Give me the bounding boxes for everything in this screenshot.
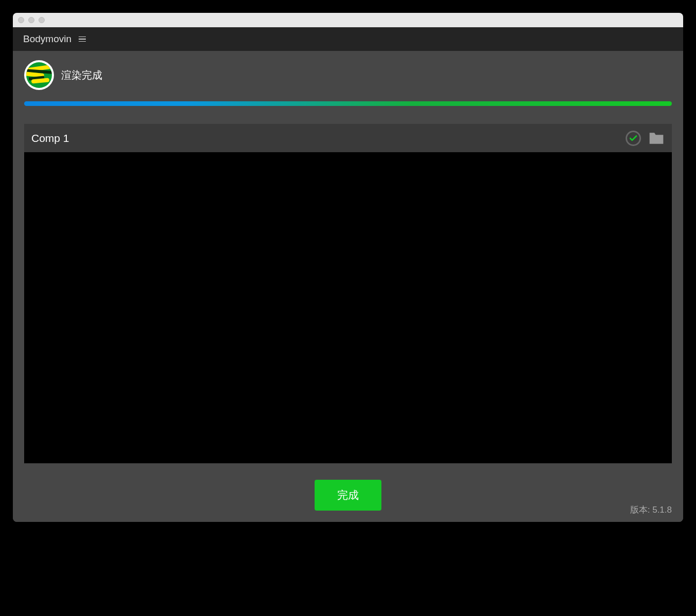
bodymovin-logo-icon <box>24 60 54 90</box>
app-window: Bodymovin 渲染完成 Comp 1 <box>13 13 683 522</box>
close-window-button[interactable] <box>18 17 24 23</box>
check-circle-icon[interactable] <box>626 131 641 146</box>
done-button[interactable]: 完成 <box>315 480 381 511</box>
maximize-window-button[interactable] <box>39 17 45 23</box>
app-header: Bodymovin <box>13 27 683 51</box>
progress-bar <box>24 101 672 106</box>
version-label: 版本: 5.1.8 <box>630 504 672 516</box>
composition-name: Comp 1 <box>31 132 69 144</box>
status-row: 渲染完成 <box>24 60 672 90</box>
content-panel: 渲染完成 Comp 1 完成 <box>13 51 683 522</box>
window-titlebar <box>13 13 683 27</box>
composition-header: Comp 1 <box>24 124 672 152</box>
minimize-window-button[interactable] <box>28 17 34 23</box>
render-status-text: 渲染完成 <box>61 68 102 82</box>
app-title: Bodymovin <box>23 33 71 45</box>
hamburger-icon[interactable] <box>79 37 86 42</box>
composition-section: Comp 1 <box>24 124 672 463</box>
composition-actions <box>626 131 665 146</box>
preview-area <box>24 152 672 463</box>
folder-icon[interactable] <box>648 131 665 146</box>
footer-row: 完成 版本: 5.1.8 <box>24 463 672 516</box>
